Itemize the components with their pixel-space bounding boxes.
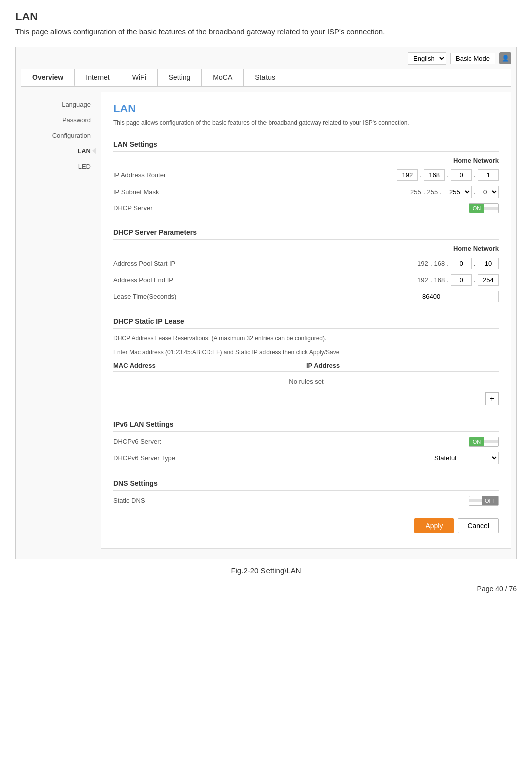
- pool-end-a: 192: [417, 276, 428, 284]
- dhcp-note-line1: DHCP Address Lease Reservations: (A maxi…: [113, 334, 499, 343]
- add-rule-button[interactable]: +: [485, 392, 499, 405]
- basic-mode-button[interactable]: Basic Mode: [450, 53, 495, 64]
- dhcp-static-table: MAC Address IP Address No rules set +: [113, 362, 499, 405]
- browser-top-bar: English Basic Mode 👤: [21, 52, 511, 65]
- pool-start-row: Address Pool Start IP 192 . 168 . .: [113, 258, 499, 269]
- lan-settings-section: LAN Settings Home Network IP Address Rou…: [113, 137, 499, 213]
- static-dns-toggle: OFF: [469, 496, 499, 506]
- dhcp-on-part: ON: [469, 204, 484, 213]
- lease-time-value: [419, 291, 499, 302]
- subnet-dot-1: .: [423, 188, 425, 196]
- subnet-b: 255: [427, 188, 438, 196]
- lease-time-label: Lease Time(Seconds): [113, 293, 213, 300]
- lease-time-row: Lease Time(Seconds): [113, 291, 499, 302]
- ip-address-router-row: IP Address Router . . .: [113, 169, 499, 181]
- subnet-dot-2: .: [440, 188, 442, 196]
- subnet-c-select[interactable]: 255 254 252 248: [444, 186, 472, 198]
- nav-item-wifi[interactable]: WiFi: [121, 69, 158, 86]
- table-header: MAC Address IP Address: [113, 362, 499, 372]
- browser-frame: English Basic Mode 👤 Overview Internet W…: [15, 47, 517, 559]
- sidebar-item-configuration[interactable]: Configuration: [21, 128, 96, 143]
- ip-router-c[interactable]: [451, 169, 472, 181]
- dhcpv6-type-value: Stateful Stateless: [429, 452, 499, 464]
- sidebar-item-led[interactable]: LED: [21, 159, 96, 174]
- sidebar-item-password[interactable]: Password: [21, 112, 96, 128]
- pool-end-d[interactable]: [478, 274, 499, 286]
- lan-settings-subtitle: Home Network: [113, 157, 499, 164]
- ip-subnet-mask-label: IP Subnet Mask: [113, 188, 213, 196]
- ip-subnet-mask-row: IP Subnet Mask 255 . 255 . 255 254 252 2…: [113, 186, 499, 198]
- cancel-button[interactable]: Cancel: [458, 518, 499, 533]
- static-dns-row: Static DNS OFF: [113, 496, 499, 506]
- ip-col-header: IP Address: [306, 362, 499, 369]
- pool-start-dot3: .: [474, 259, 476, 267]
- dhcp-note-line2: Enter Mac address (01:23:45:AB:CD:EF) an…: [113, 348, 499, 357]
- pool-start-value: 192 . 168 . .: [417, 258, 499, 269]
- ip-router-b[interactable]: [424, 169, 445, 181]
- page-title: LAN: [15, 10, 517, 23]
- static-dns-toggle-track[interactable]: OFF: [469, 496, 499, 506]
- subnet-a: 255: [410, 188, 421, 196]
- pool-end-dot3: .: [474, 276, 476, 284]
- dhcp-params-subtitle: Home Network: [113, 245, 499, 252]
- ipv6-title: IPv6 LAN Settings: [113, 417, 499, 432]
- nav-item-internet[interactable]: Internet: [75, 69, 121, 86]
- pool-end-c[interactable]: [451, 274, 472, 286]
- ip-router-d[interactable]: [478, 169, 499, 181]
- sidebar-item-lan[interactable]: LAN: [21, 143, 96, 159]
- dhcp-off-part: [484, 207, 498, 210]
- dhcpv6-toggle-track[interactable]: ON: [469, 437, 499, 447]
- ip-subnet-mask-value: 255 . 255 . 255 254 252 248 . 0: [410, 186, 499, 198]
- mac-col-header: MAC Address: [113, 362, 306, 369]
- pool-end-label: Address Pool End IP: [113, 276, 213, 284]
- pool-end-dot2: .: [447, 276, 449, 284]
- ip-address-router-value: . . .: [397, 169, 499, 181]
- dns-title: DNS Settings: [113, 476, 499, 491]
- apply-button[interactable]: Apply: [414, 518, 454, 533]
- pool-start-b: 168: [434, 260, 445, 267]
- language-select[interactable]: English: [408, 52, 446, 65]
- dhcpv6-server-label: DHCPv6 Server:: [113, 438, 213, 445]
- subnet-d-select[interactable]: 0 1 2 3: [478, 186, 499, 198]
- pool-start-c[interactable]: [451, 258, 472, 269]
- ip-dot-2: .: [447, 171, 449, 179]
- static-dns-on-part: [469, 499, 482, 502]
- nav-item-status[interactable]: Status: [244, 69, 286, 86]
- main-layout: Language Password Configuration LAN LED …: [21, 92, 511, 549]
- nav-item-moca[interactable]: MoCA: [202, 69, 244, 86]
- page-number: Page 40 / 76: [15, 585, 517, 593]
- dhcp-params-title: DHCP Server Parameters: [113, 225, 499, 240]
- content-title: LAN: [113, 102, 499, 115]
- ip-dot-3: .: [474, 171, 476, 179]
- user-icon: 👤: [499, 52, 511, 64]
- pool-end-dot1: .: [430, 276, 432, 284]
- dhcpv6-off-part: [484, 440, 498, 443]
- dhcp-params-section: DHCP Server Parameters Home Network Addr…: [113, 225, 499, 302]
- static-dns-label: Static DNS: [113, 497, 213, 504]
- lan-settings-title: LAN Settings: [113, 137, 499, 152]
- sidebar-item-language[interactable]: Language: [21, 97, 96, 112]
- dhcp-server-label: DHCP Server: [113, 204, 213, 212]
- dhcp-server-toggle: ON: [469, 203, 499, 213]
- pool-start-dot2: .: [447, 259, 449, 267]
- dhcp-static-section: DHCP Static IP Lease DHCP Address Lease …: [113, 314, 499, 405]
- dhcpv6-type-select[interactable]: Stateful Stateless: [429, 452, 499, 464]
- ip-dot-1: .: [420, 171, 422, 179]
- dhcp-toggle-track[interactable]: ON: [469, 203, 499, 213]
- pool-start-label: Address Pool Start IP: [113, 260, 213, 267]
- dhcpv6-server-row: DHCPv6 Server: ON: [113, 437, 499, 447]
- dns-section: DNS Settings Static DNS OFF: [113, 476, 499, 506]
- pool-start-dot1: .: [430, 259, 432, 267]
- static-dns-off-part: OFF: [482, 496, 498, 505]
- ip-router-a[interactable]: [397, 169, 418, 181]
- lease-time-input[interactable]: [419, 291, 499, 302]
- pool-end-value: 192 . 168 . .: [417, 274, 499, 286]
- pool-end-row: Address Pool End IP 192 . 168 . .: [113, 274, 499, 286]
- dhcp-server-row: DHCP Server ON: [113, 203, 499, 213]
- nav-item-setting[interactable]: Setting: [158, 69, 202, 86]
- page-description: This page allows configuration of the ba…: [15, 26, 517, 38]
- action-buttons: Apply Cancel: [113, 518, 499, 533]
- nav-item-overview[interactable]: Overview: [21, 69, 75, 86]
- content-desc: This page allows configuration of the ba…: [113, 118, 499, 127]
- pool-start-d[interactable]: [478, 258, 499, 269]
